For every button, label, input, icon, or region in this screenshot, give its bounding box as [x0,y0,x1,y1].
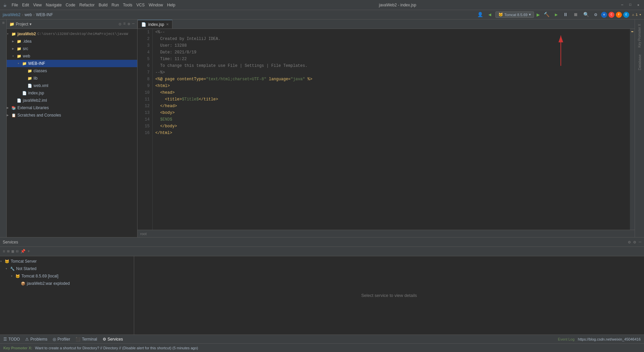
code-editor[interactable]: 1 2 3 4 5 6 7 8 9 10 11 12 13 14 15 16 <… [138,29,635,230]
tree-item-idea[interactable]: ▶ 📁 .idea [7,38,137,45]
todo-icon: ☰ [3,337,7,342]
menu-window[interactable]: Window [149,3,163,7]
panel-actions: ◎ ≡ ⚙ — [119,21,135,27]
tree-label-classes: classes [34,69,47,73]
group-icon[interactable]: ▦ [11,249,14,254]
tree-item-src[interactable]: ▶ 📁 src [7,45,137,52]
ie-icon[interactable]: e [601,12,607,18]
stop-icon[interactable]: ⏹ [572,11,579,18]
breadcrumb-item-webinf[interactable]: WEB-INF [36,12,53,17]
tab-label: index.jsp [148,22,164,27]
tree-item-classes[interactable]: 📁 classes [7,67,137,75]
breadcrumb-item-web[interactable]: web [24,12,32,17]
menu-vcs[interactable]: VCS [137,3,145,7]
tree-item-iml[interactable]: 📄 javaWeb2.iml [7,97,137,104]
status-right: Event Log https://blog.csdn.net/weixin_4… [558,337,641,341]
filter-icon[interactable]: ⊟ [16,249,18,254]
search-icon[interactable]: 🔍 [582,11,590,18]
tree-arrow: ▾ [11,274,15,278]
collapse-all-icon[interactable]: ≡ [3,249,5,254]
tree-item-scratches[interactable]: ▶ 📋 Scratches and Consoles [7,112,137,119]
breadcrumb: javaWeb2 › web › WEB-INF [3,12,53,17]
menu-navigate[interactable]: Navigate [46,3,61,7]
menu-help[interactable]: Help [167,3,175,7]
status-tab-problems[interactable]: ⚠ Problems [25,337,47,342]
configure-icon[interactable]: ⚙ [633,239,636,245]
services-item-tomcat[interactable]: ▾ 🐱 Tomcat Server [0,258,134,265]
menu-file[interactable]: File [12,3,18,7]
menu-build[interactable]: Build [99,3,108,7]
tree-item-web[interactable]: ▾ 📁 web [7,52,137,60]
expand-icon[interactable]: ⊞ [7,249,9,254]
tree-arrow: ▾ [0,259,5,263]
close-button[interactable]: ✕ [636,3,641,7]
tomcat-selector[interactable]: 🐱 Tomcat 8.5.69 ▾ [495,11,534,18]
build-icon[interactable]: 🔨 [542,11,551,18]
tree-item-javaweb2[interactable]: ▾ 📁 javaWeb2 C:\Users\13288\Desktop\heiM… [7,30,137,38]
settings-panel-icon[interactable]: ⚙ [128,21,130,27]
tree-item-lib[interactable]: 📁 lib [7,75,137,82]
todo-label: TODO [8,337,20,342]
add-icon[interactable]: + [28,249,30,254]
back-icon[interactable]: ◀ [487,11,492,18]
collapse-icon[interactable]: ≡ [123,21,125,27]
tree-item-external-libs[interactable]: ▶ 📚 External Libraries [7,104,137,112]
menu-code[interactable]: Code [66,3,75,7]
maximize-button[interactable]: □ [628,3,633,7]
tab-indexjsp[interactable]: 📄 index.jsp ✕ [138,20,172,29]
warning-indicator[interactable]: ⚠ 1 ▾ [632,12,641,17]
folder-icon: 📁 [17,54,21,58]
menu-view[interactable]: View [33,3,42,7]
profile-run-icon[interactable]: ⏸ [562,11,569,18]
database-tab[interactable]: Database [637,52,642,73]
code-line-16: </html> [155,130,630,136]
profile-icon[interactable]: 👤 [476,11,484,18]
services-item-war[interactable]: 📦 javaWeb2:war exploded [0,280,134,287]
breadcrumb-item-project[interactable]: javaWeb2 [3,12,20,17]
status-tab-profiler[interactable]: ◎ Profiler [53,337,70,342]
minimize-services-icon[interactable]: — [639,239,641,245]
warning-stripe: ▬ [630,29,635,230]
settings-icon[interactable]: ⚙ [593,11,598,18]
project-dropdown-icon[interactable]: ▾ [30,22,32,27]
tree-label-src: src [23,46,28,51]
structure-icon[interactable]: ⊞ [0,21,6,25]
pin-icon[interactable]: 📌 [20,249,25,254]
tab-close-icon[interactable]: ✕ [166,23,169,26]
minimize-panel-icon[interactable]: — [132,21,135,27]
event-log[interactable]: Event Log [558,337,575,341]
status-bar: ☰ TODO ⚠ Problems ◎ Profiler ⬛ Terminal … [0,335,644,343]
coverage-icon[interactable]: ▶ [553,11,559,18]
tree-item-webxml[interactable]: 📄 web.xml [7,82,137,89]
settings-services-icon[interactable]: ⚙ [628,239,631,245]
title-bar: ☕ File Edit View Navigate Code Refactor … [0,0,644,10]
services-title: Services [3,240,18,245]
code-content[interactable]: <%-- Created by IntelliJ IDEA. User: 132… [153,29,630,230]
menu-run[interactable]: Run [112,3,119,7]
code-line-10: <head> [155,89,630,96]
key-promoter-bar: Key Promoter X: Want to create a shortcu… [0,343,644,352]
code-line-8: <%@ page contentType="text/html;charset=… [155,76,630,83]
folder-icon: 📁 [28,69,32,73]
run-button[interactable]: ▶ [537,11,540,18]
folder-icon: 📁 [17,39,21,44]
editor-breadcrumb: root [140,232,147,236]
status-tab-services[interactable]: ⚙ Services [103,337,123,342]
firefox-icon[interactable]: F [616,12,622,18]
tree-item-webinf[interactable]: ▾ 📁 WEB-INF [7,60,137,67]
status-tab-todo[interactable]: ☰ TODO [3,337,20,342]
chrome-icon[interactable]: C [608,12,614,18]
services-item-notstarted[interactable]: ▾ 🔧 Not Started [0,265,134,272]
tomcat-dropdown-icon: ▾ [529,12,531,17]
locate-icon[interactable]: ◎ [119,21,121,27]
tree-item-indexjsp[interactable]: 📄 index.jsp [7,89,137,97]
key-promoter-tab[interactable]: Key Promoter X [637,21,642,50]
menu-tools[interactable]: Tools [123,3,132,7]
minimize-button[interactable]: — [620,3,625,7]
menu-edit[interactable]: Edit [22,3,29,7]
services-item-tomcat-instance[interactable]: ▾ 🐱 Tomcat 8.5.69 [local] [0,272,134,280]
status-tab-terminal[interactable]: ⬛ Terminal [75,337,97,342]
toolbar-bar: javaWeb2 › web › WEB-INF 👤 ◀ 🐱 Tomcat 8.… [0,10,644,19]
edge-icon[interactable]: E [623,12,629,18]
menu-refactor[interactable]: Refactor [79,3,95,7]
